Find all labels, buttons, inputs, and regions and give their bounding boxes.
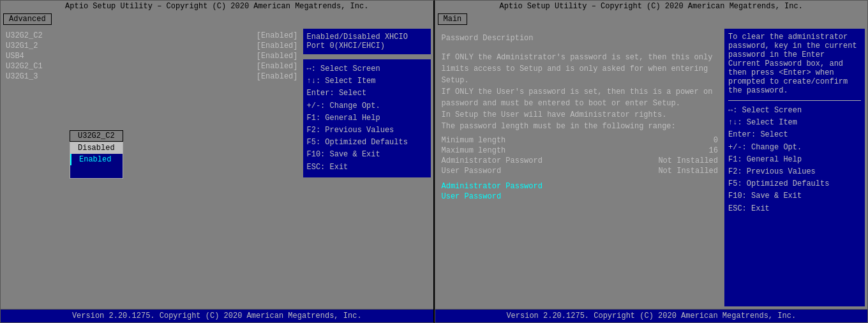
pw-desc-line-8: The password length must be in the follo… <box>442 121 719 132</box>
left-menu-items: U32G2_C2[Enabled]U32G1_2[Enabled]USB4[En… <box>6 31 298 81</box>
left-footer: Version 2.20.1275. Copyright (C) 2020 Am… <box>1 309 433 322</box>
advanced-screen: Aptio Setup Utility – Copyright (C) 2020… <box>0 0 435 323</box>
left-shortcut-2: Enter: Select <box>307 87 427 100</box>
dropdown-option-disabled[interactable]: Disabled <box>70 142 123 154</box>
pw-desc-line-5: If ONLY the User's password is set, then… <box>442 86 719 98</box>
pw-stat-3: User PasswordNot Installed <box>442 167 719 176</box>
main-screen: Aptio Setup Utility – Copyright (C) 2020… <box>435 0 869 323</box>
pw-desc-line-3: limits access to Setup and is only asked… <box>442 63 719 75</box>
right-footer-text: Version 2.20.1275. Copyright (C) 2020 Am… <box>506 312 796 320</box>
dropdown-body: Disabled Enabled <box>70 142 123 179</box>
left-header: Aptio Setup Utility – Copyright (C) 2020… <box>1 1 433 12</box>
right-shortcut-7: F10: Save & Exit <box>728 190 861 202</box>
main-right-divider <box>728 100 861 101</box>
right-shortcut-5: F2: Previous Values <box>728 166 861 178</box>
left-shortcut-5: F2: Previous Values <box>307 124 427 137</box>
pw-stat-0: Minimum length0 <box>442 136 719 145</box>
left-shortcut-0: ↔: Select Screen <box>307 63 427 75</box>
dropdown-title: U32G2_C2 <box>70 130 123 142</box>
left-shortcut-3: +/-: Change Opt. <box>307 100 427 112</box>
left-menu-item-2[interactable]: USB4[Enabled] <box>6 52 298 61</box>
left-shortcut-1: ↑↓: Select Item <box>307 75 427 87</box>
right-shortcut-6: F5: Optimized Defaults <box>728 178 861 190</box>
right-shortcut-4: F1: General Help <box>728 154 861 166</box>
left-shortcut-6: F5: Optimized Defaults <box>307 137 427 149</box>
pw-stat-2: Administrator PasswordNot Installed <box>442 156 719 165</box>
password-actions: Administrator PasswordUser Password <box>442 182 719 201</box>
right-header: Aptio Setup Utility – Copyright (C) 2020… <box>435 1 868 12</box>
left-tab-row: Advanced <box>1 12 433 26</box>
pw-desc-line-0: Password Description <box>442 33 719 44</box>
tab-main[interactable]: Main <box>438 13 468 25</box>
left-shortcut-8: ESC: Exit <box>307 162 427 174</box>
main-right-panel: To clear the administrator password, key… <box>724 29 865 306</box>
right-shortcut-2: Enter: Select <box>728 129 861 141</box>
right-shortcuts: ↔: Select Screen↑↓: Select ItemEnter: Se… <box>728 105 861 215</box>
tab-advanced[interactable]: Advanced <box>3 13 52 25</box>
right-footer: Version 2.20.1275. Copyright (C) 2020 Am… <box>435 309 868 322</box>
pw-stat-1: Maximum length16 <box>442 146 719 155</box>
left-content: U32G2_C2[Enabled]U32G1_2[Enabled]USB4[En… <box>1 26 433 309</box>
pw-desc-line-1 <box>442 44 719 52</box>
left-menu-item-1[interactable]: U32G1_2[Enabled] <box>6 41 298 50</box>
password-stats: Minimum length0Maximum length16Administr… <box>442 136 719 176</box>
right-shortcut-3: +/-: Change Opt. <box>728 142 861 154</box>
right-tab-row: Main <box>435 12 868 26</box>
dropdown-popup: U32G2_C2 Disabled Enabled <box>70 130 123 179</box>
left-shortcut-7: F10: Save & Exit <box>307 149 427 161</box>
password-description: Password DescriptionIf ONLY the Administ… <box>442 33 719 132</box>
pw-desc-line-4: Setup. <box>442 75 719 86</box>
right-content: Password DescriptionIf ONLY the Administ… <box>435 26 868 309</box>
left-menu-panel: U32G2_C2[Enabled]U32G1_2[Enabled]USB4[En… <box>3 29 301 306</box>
left-menu-inner: U32G2_C2[Enabled]U32G1_2[Enabled]USB4[En… <box>6 31 298 304</box>
left-desc-panel: Enabled/Disabled XHCIO Port 0(XHCI/EHCI) <box>303 29 431 54</box>
main-desc-text: To clear the administrator password, key… <box>728 33 861 95</box>
left-right-panels: Enabled/Disabled XHCIO Port 0(XHCI/EHCI)… <box>303 29 431 306</box>
left-menu-item-0[interactable]: U32G2_C2[Enabled] <box>6 31 298 40</box>
pw-desc-line-7: In Setup the User will have Administrato… <box>442 109 719 121</box>
left-desc-text: Enabled/Disabled XHCIO Port 0(XHCI/EHCI) <box>307 33 408 50</box>
left-shortcuts: ↔: Select Screen↑↓: Select ItemEnter: Se… <box>307 63 427 174</box>
left-shortcut-4: F1: General Help <box>307 112 427 124</box>
right-shortcut-0: ↔: Select Screen <box>728 105 861 117</box>
pw-action-1[interactable]: User Password <box>442 192 719 201</box>
left-menu-item-4[interactable]: U32G1_3[Enabled] <box>6 72 298 81</box>
pw-action-0[interactable]: Administrator Password <box>442 182 719 191</box>
left-header-text: Aptio Setup Utility – Copyright (C) 2020… <box>65 2 368 11</box>
left-menu-item-3[interactable]: U32G2_C1[Enabled] <box>6 62 298 71</box>
pw-desc-line-6: password and must be entered to boot or … <box>442 98 719 109</box>
main-left-panel: Password DescriptionIf ONLY the Administ… <box>438 29 722 306</box>
dropdown-option-enabled[interactable]: Enabled <box>70 154 123 165</box>
left-shortcuts-panel: ↔: Select Screen↑↓: Select ItemEnter: Se… <box>303 59 431 177</box>
right-shortcut-1: ↑↓: Select Item <box>728 117 861 129</box>
pw-desc-line-2: If ONLY the Administrator's password is … <box>442 52 719 63</box>
right-shortcut-8: ESC: Exit <box>728 203 861 215</box>
left-footer-text: Version 2.20.1275. Copyright (C) 2020 Am… <box>72 312 362 320</box>
right-header-text: Aptio Setup Utility – Copyright (C) 2020… <box>500 2 803 11</box>
